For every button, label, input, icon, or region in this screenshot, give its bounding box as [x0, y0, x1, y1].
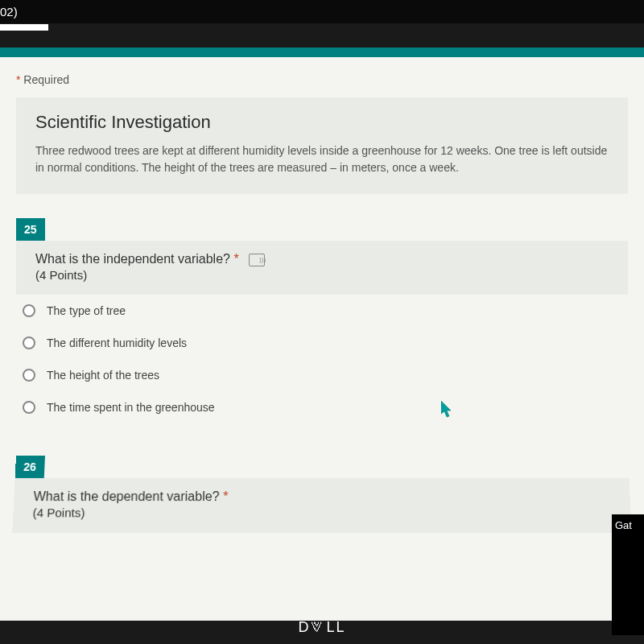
radio-icon[interactable]: [23, 369, 35, 382]
required-asterisk: *: [16, 73, 20, 86]
required-row: * Required: [0, 73, 644, 97]
option-label: The time spent in the greenhouse: [47, 401, 215, 414]
immersive-reader-icon[interactable]: [249, 254, 265, 266]
side-overlay: Gat: [612, 514, 644, 635]
question-25: 25 What is the independent variable? * (…: [16, 218, 628, 423]
top-bar-text: 02): [0, 5, 18, 19]
options-list: The type of tree The different humidity …: [16, 295, 628, 423]
option-label: The different humidity levels: [47, 336, 187, 349]
form-body: * Required Scientific Investigation Thre…: [0, 57, 644, 621]
option-row[interactable]: The time spent in the greenhouse: [23, 391, 621, 423]
radio-icon[interactable]: [23, 336, 35, 349]
radio-icon[interactable]: [23, 401, 35, 414]
option-row[interactable]: The different humidity levels: [23, 327, 621, 359]
required-label: Required: [23, 73, 69, 86]
question-number-badge: 25: [16, 218, 45, 241]
overlay-label: Gat: [615, 519, 632, 531]
question-points: (4 Points): [32, 506, 611, 519]
question-text: What is the dependent variable? *: [33, 489, 611, 504]
option-label: The type of tree: [47, 304, 126, 317]
required-asterisk: *: [223, 489, 229, 503]
teal-strip: [0, 47, 644, 57]
required-asterisk: *: [233, 252, 238, 266]
option-row[interactable]: The height of the trees: [23, 359, 621, 391]
question-header: What is the independent variable? * (4 P…: [16, 241, 628, 295]
section-title: Scientific Investigation: [35, 112, 609, 133]
section-card: Scientific Investigation Three redwood t…: [16, 97, 628, 194]
question-points: (4 Points): [35, 268, 609, 282]
question-26: 26 What is the dependent variable? * (4 …: [12, 456, 632, 533]
option-label: The height of the trees: [47, 369, 159, 382]
window-top-bar: 02): [0, 0, 644, 23]
section-description: Three redwood trees are kept at differen…: [35, 142, 609, 176]
question-header: What is the dependent variable? * (4 Poi…: [12, 478, 632, 533]
radio-icon[interactable]: [23, 304, 35, 317]
dell-logo: D⩔LL: [298, 619, 345, 636]
question-number-badge: 26: [15, 456, 45, 478]
question-text: What is the independent variable? *: [35, 252, 609, 266]
white-box: [0, 24, 48, 31]
option-row[interactable]: The type of tree: [23, 295, 621, 327]
